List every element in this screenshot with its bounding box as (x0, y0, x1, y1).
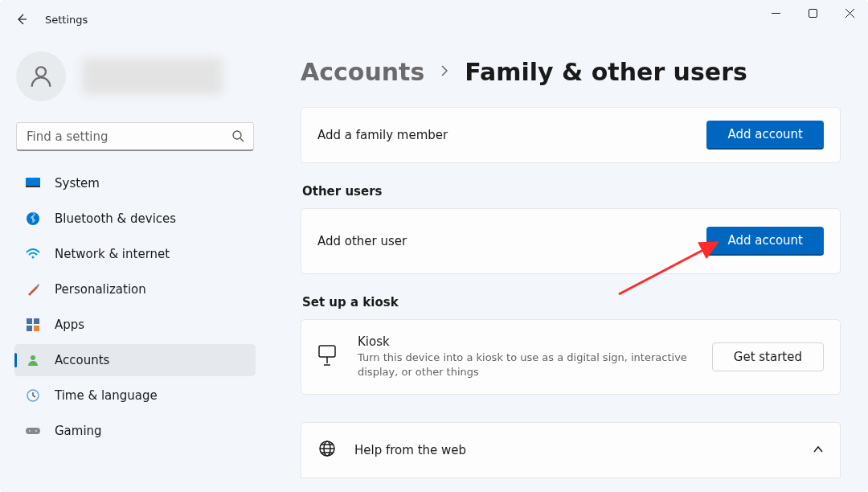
settings-window: Settings (0, 0, 868, 492)
maximize-button[interactable] (794, 0, 831, 26)
svg-rect-10 (34, 326, 39, 331)
titlebar: Settings (0, 0, 868, 39)
svg-point-1 (36, 67, 46, 76)
sidebar-item-accounts[interactable]: Accounts (14, 344, 256, 376)
chevron-up-icon (813, 443, 824, 458)
bluetooth-icon (26, 211, 40, 226)
wifi-icon (26, 247, 40, 261)
svg-rect-13 (26, 428, 40, 434)
kiosk-card: Kiosk Turn this device into a kiosk to u… (301, 319, 841, 395)
sidebar-item-network[interactable]: Network & internet (14, 238, 256, 270)
sidebar-item-label: System (55, 176, 100, 191)
help-from-web-card[interactable]: Help from the web (301, 422, 841, 478)
close-icon (845, 9, 854, 18)
window-controls (757, 0, 868, 26)
maximize-icon (809, 9, 817, 18)
search-icon (231, 129, 244, 146)
sidebar-item-gaming[interactable]: Gaming (14, 415, 256, 447)
clock-globe-icon (26, 388, 40, 403)
add-other-user-label: Add other user (317, 234, 407, 248)
other-users-heading: Other users (302, 184, 841, 199)
svg-rect-0 (809, 9, 817, 17)
sidebar-item-time[interactable]: Time & language (14, 379, 256, 412)
back-button[interactable] (8, 6, 34, 32)
gamepad-icon (26, 424, 40, 438)
sidebar-item-bluetooth[interactable]: Bluetooth & devices (14, 203, 256, 235)
person-icon (27, 63, 55, 90)
svg-point-11 (31, 355, 35, 360)
sidebar-item-personalization[interactable]: Personalization (14, 273, 256, 305)
search-input[interactable] (16, 122, 254, 151)
add-other-user-card: Add other user Add account (301, 208, 841, 274)
system-icon (26, 176, 40, 191)
sidebar-item-label: Bluetooth & devices (55, 211, 176, 226)
sidebar-item-label: Apps (55, 318, 84, 332)
sidebar: System Bluetooth & devices Network & int… (0, 39, 265, 492)
sidebar-item-label: Time & language (55, 388, 158, 403)
help-title: Help from the web (354, 443, 466, 457)
search-container (16, 122, 254, 151)
svg-rect-16 (319, 346, 335, 357)
window-title: Settings (45, 14, 88, 26)
kiosk-get-started-button[interactable]: Get started (712, 342, 824, 371)
kiosk-description: Turn this device into a kiosk to use as … (358, 351, 694, 379)
svg-rect-7 (27, 318, 32, 324)
chevron-right-icon (439, 64, 450, 80)
avatar (16, 51, 66, 101)
kiosk-heading: Set up a kiosk (302, 295, 841, 310)
back-arrow-icon (14, 13, 27, 26)
breadcrumb: Accounts Family & other users (301, 58, 841, 86)
globe-icon (317, 439, 337, 461)
profile-name-redacted (82, 58, 223, 95)
nav-list: System Bluetooth & devices Network & int… (14, 166, 256, 449)
accounts-icon (26, 353, 40, 367)
main-content: Accounts Family & other users Add a fami… (265, 39, 868, 492)
sidebar-item-label: Network & internet (55, 247, 170, 261)
minimize-icon (772, 9, 780, 18)
sidebar-item-system[interactable]: System (14, 167, 256, 199)
add-family-member-label: Add a family member (317, 128, 448, 142)
svg-rect-8 (34, 318, 39, 324)
svg-point-2 (233, 131, 241, 139)
svg-point-6 (32, 256, 35, 259)
kiosk-title: Kiosk (358, 334, 694, 349)
svg-rect-9 (27, 326, 32, 331)
add-family-account-button[interactable]: Add account (706, 121, 824, 150)
close-button[interactable] (831, 0, 868, 26)
svg-rect-4 (26, 186, 40, 187)
add-other-account-button[interactable]: Add account (706, 227, 824, 256)
breadcrumb-parent[interactable]: Accounts (301, 58, 424, 86)
add-family-member-card: Add a family member Add account (301, 107, 841, 163)
sidebar-item-apps[interactable]: Apps (14, 309, 256, 341)
apps-icon (26, 318, 40, 332)
sidebar-item-label: Accounts (55, 353, 109, 367)
kiosk-icon (317, 344, 340, 370)
svg-point-15 (35, 430, 37, 432)
sidebar-item-label: Personalization (55, 282, 146, 297)
minimize-button[interactable] (757, 0, 794, 26)
paintbrush-icon (26, 282, 40, 297)
page-title: Family & other users (465, 58, 747, 86)
sidebar-item-label: Gaming (55, 424, 102, 438)
user-profile[interactable] (14, 45, 256, 116)
svg-point-14 (29, 430, 31, 432)
